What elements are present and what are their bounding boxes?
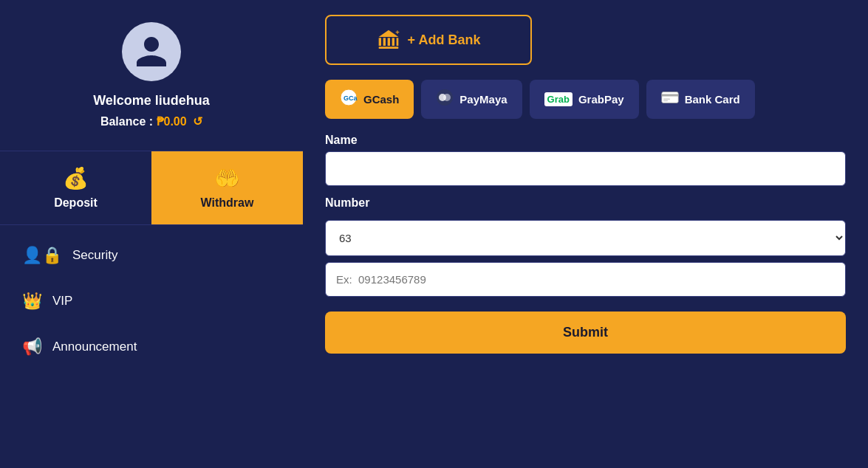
add-bank-button[interactable]: + + Add Bank — [325, 15, 532, 65]
sidebar-item-security[interactable]: 👤🔒 Security — [0, 233, 303, 278]
paymaya-label: PayMaya — [459, 93, 507, 106]
withdraw-icon: 🤲 — [214, 166, 240, 190]
balance-amount: 0.00 — [164, 115, 187, 128]
welcome-text: Welcome liudehua — [93, 93, 210, 109]
sidebar-item-vip[interactable]: 👑 VIP — [0, 278, 303, 324]
payment-methods: GCash GCash PayMaya Grab GrabPay — [325, 80, 846, 119]
security-label: Security — [72, 248, 117, 263]
submit-button[interactable]: Submit — [325, 312, 846, 354]
payment-tab-grabpay[interactable]: Grab GrabPay — [530, 80, 639, 119]
gcash-logo: GCash — [340, 89, 358, 106]
svg-text:GCash: GCash — [344, 94, 358, 102]
payment-tab-bankcard[interactable]: Bank Card — [646, 80, 755, 119]
announcement-icon: 📢 — [22, 337, 42, 357]
payment-tab-paymaya[interactable]: PayMaya — [421, 80, 522, 119]
tab-deposit[interactable]: 💰 Deposit — [0, 151, 151, 224]
payment-tab-gcash[interactable]: GCash GCash — [325, 80, 414, 119]
balance-currency: ₱ — [157, 115, 164, 128]
svg-rect-3 — [387, 38, 389, 46]
sidebar-item-announcement[interactable]: 📢 Announcement — [0, 324, 303, 370]
user-icon — [133, 33, 170, 70]
vip-icon: 👑 — [22, 292, 42, 311]
action-tabs: 💰 Deposit 🤲 Withdraw — [0, 151, 303, 225]
sidebar: Welcome liudehua Balance : ₱0.00 ↺ 💰 Dep… — [0, 0, 303, 468]
number-field-group: Number 63 — [325, 196, 846, 297]
security-icon: 👤🔒 — [22, 246, 62, 265]
svg-rect-15 — [663, 99, 670, 100]
refresh-icon[interactable]: ↺ — [193, 114, 202, 128]
svg-rect-16 — [663, 100, 668, 102]
grabpay-icon: Grab — [544, 92, 573, 106]
paymaya-logo — [436, 89, 454, 106]
country-code-select[interactable]: 63 — [325, 220, 846, 256]
bank-icon: + — [377, 28, 400, 52]
balance-label: Balance : — [100, 115, 153, 128]
tab-deposit-label: Deposit — [54, 196, 98, 210]
bankcard-logo — [661, 91, 679, 104]
svg-point-12 — [443, 94, 451, 101]
user-section: Welcome liudehua Balance : ₱0.00 ↺ — [0, 0, 303, 151]
grabpay-label: GrabPay — [578, 93, 624, 106]
name-field-group: Name — [325, 134, 846, 186]
withdraw-form: Name Number 63 Submit — [325, 134, 846, 354]
vip-label: VIP — [52, 294, 72, 309]
number-input[interactable] — [325, 262, 846, 297]
add-bank-label: + Add Bank — [408, 32, 481, 48]
number-label: Number — [325, 196, 846, 210]
gcash-icon: GCash — [340, 89, 358, 110]
svg-rect-0 — [378, 47, 398, 49]
main-content: + + Add Bank GCash GCash PayMaya — [303, 0, 868, 468]
svg-text:+: + — [395, 29, 400, 36]
balance-display: Balance : ₱0.00 ↺ — [100, 114, 202, 128]
svg-rect-4 — [392, 38, 394, 46]
deposit-icon: 💰 — [63, 166, 89, 190]
bankcard-label: Bank Card — [685, 93, 740, 106]
gcash-label: GCash — [363, 93, 399, 106]
nav-items: 👤🔒 Security 👑 VIP 📢 Announcement — [0, 225, 303, 377]
announcement-label: Announcement — [52, 340, 137, 354]
svg-rect-1 — [378, 38, 380, 46]
bankcard-icon — [661, 91, 679, 108]
avatar — [122, 22, 181, 81]
name-label: Name — [325, 134, 846, 147]
svg-rect-5 — [396, 38, 398, 46]
tab-withdraw[interactable]: 🤲 Withdraw — [151, 151, 303, 224]
svg-rect-2 — [383, 38, 385, 46]
paymaya-icon — [436, 89, 454, 110]
svg-rect-14 — [661, 94, 678, 97]
name-input[interactable] — [325, 151, 846, 186]
tab-withdraw-label: Withdraw — [201, 196, 254, 210]
